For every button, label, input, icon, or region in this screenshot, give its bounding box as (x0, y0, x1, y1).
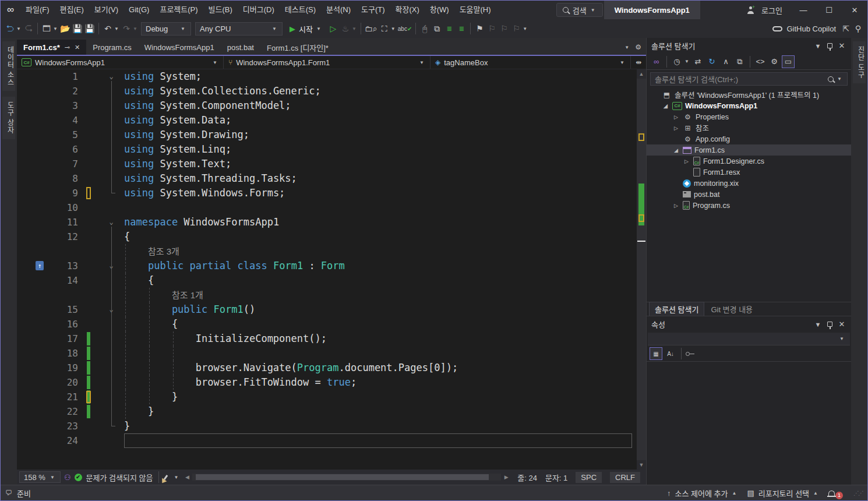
show-all-files-icon[interactable]: ⧉ (733, 55, 746, 68)
code-lens-line[interactable]: 참조 1개 (17, 288, 637, 302)
properties-object-dropdown[interactable]: ▼ (648, 333, 850, 345)
code-line-23[interactable]: 23} (17, 419, 637, 433)
hot-reload-icon[interactable]: ♨ (340, 22, 351, 36)
select-repository-button[interactable]: ▤ 리포지토리 선택 ▲ (747, 488, 818, 499)
feedback-icon[interactable]: ⚲ (852, 22, 864, 36)
categorized-view-icon[interactable]: ▦ (650, 347, 662, 360)
tree-item[interactable]: ⚙App.config (647, 133, 851, 144)
code-line-1[interactable]: 1⌄using System; (17, 69, 637, 84)
code-line-2[interactable]: 2using System.Collections.Generic; (17, 84, 637, 98)
close-pane-icon[interactable]: ✕ (837, 41, 846, 50)
indent-increase-icon[interactable]: ≣ (456, 22, 467, 36)
codelens-references[interactable]: 참조 1개 (172, 290, 203, 300)
solution-configuration-dropdown[interactable]: Debug▼ (141, 22, 191, 36)
indent-decrease-icon[interactable]: ≣ (443, 22, 455, 36)
member-dropdown[interactable]: ◈ tagNameBox ▼ (431, 56, 631, 69)
start-without-debugging-icon[interactable]: ▷ (327, 22, 339, 36)
open-file-icon[interactable]: 📂 (59, 22, 71, 36)
feedback-box-icon[interactable]: 🗩 (5, 489, 12, 497)
add-to-source-control-button[interactable]: ↑ 소스 제어에 추가 ▲ (667, 488, 736, 499)
github-copilot-button[interactable]: GitHub Copilot (772, 24, 839, 33)
tree-item[interactable]: monitoring.xix (647, 178, 851, 189)
pin-icon[interactable] (827, 322, 832, 327)
save-all-icon[interactable]: 💾 (84, 22, 96, 36)
document-tab[interactable]: WindowsFormsApp1 (138, 40, 221, 55)
search-control[interactable]: 검색 ▼ (556, 3, 603, 17)
share-icon[interactable]: ⇱ (840, 22, 852, 36)
document-health-indicator[interactable]: ✔ 문제가 검색되지 않음 (75, 472, 153, 483)
code-line-10[interactable]: 10 (17, 200, 637, 215)
login-button[interactable]: + 로그인 (747, 5, 782, 16)
document-tab[interactable]: Program.cs (86, 40, 137, 55)
document-tab[interactable]: Form1.cs [디자인]* (260, 40, 335, 55)
redo-caret-icon[interactable]: ▼ (133, 26, 139, 31)
close-pane-icon[interactable]: ✕ (837, 320, 846, 329)
line-indicator[interactable]: 줄: 24 (517, 472, 537, 483)
inheritance-margin-icon[interactable]: ↑ (36, 261, 44, 270)
menu-item-11[interactable]: 창(W) (425, 1, 454, 19)
compare-documents-icon[interactable]: ⧉ (431, 22, 443, 36)
code-line-3[interactable]: 3using System.ComponentModel; (17, 98, 637, 113)
dock-tab[interactable]: 솔루션 탐색기 (649, 302, 704, 316)
start-debugging-button[interactable]: ▶ 시작 ▼ (285, 22, 327, 36)
menu-item-3[interactable]: Git(G) (124, 1, 154, 19)
menu-item-9[interactable]: 도구(T) (356, 1, 390, 19)
tree-item[interactable]: post.bat (647, 189, 851, 200)
code-line-13[interactable]: 13⌄↑public partial class Form1 : Form (17, 259, 637, 273)
resize-grip[interactable]: ⋰⋰ (853, 490, 863, 496)
new-project-icon[interactable]: 🗔 (41, 22, 52, 36)
code-line-14[interactable]: 14{ (17, 273, 637, 288)
alphabetical-sort-icon[interactable]: A↓ (664, 347, 677, 360)
spell-check-icon[interactable]: abc✔ (397, 22, 413, 36)
minimize-button[interactable]: — (791, 1, 816, 19)
tree-item[interactable]: ◢C#WindowsFormsApp1 (647, 100, 851, 111)
horizontal-scrollbar[interactable]: ◀ ▶ (183, 470, 510, 485)
tree-item[interactable]: ⬒솔루션 'WindowsFormsApp1' (1 프로젝트의 1) (647, 89, 851, 100)
window-menu-caret-icon[interactable]: ▼ (813, 43, 823, 50)
solution-platform-dropdown[interactable]: Any CPU▼ (195, 22, 283, 36)
notifications-button[interactable]: 1 (828, 487, 843, 499)
close-button[interactable]: ✕ (842, 1, 867, 19)
document-tab[interactable]: post.bat (221, 40, 260, 55)
left-strip-tab-0[interactable]: 데이터 소스 (2, 41, 15, 91)
scroll-up-icon[interactable]: ▲ (637, 69, 646, 79)
tree-item[interactable]: Form1.resx (647, 167, 851, 178)
close-tab-icon[interactable]: ✕ (75, 44, 80, 51)
find-in-files-icon[interactable]: 🗀⌕ (364, 22, 378, 36)
code-line-24[interactable]: 24 (17, 433, 637, 448)
code-line-22[interactable]: 22} (17, 404, 637, 419)
active-files-dropdown-icon[interactable]: ▼ (624, 45, 630, 50)
codelens-references[interactable]: 참조 3개 (148, 246, 179, 256)
pending-changes-filter-icon[interactable]: ◷ (671, 55, 683, 68)
solution-search-input[interactable]: 솔루션 탐색기 검색(Ctrl+;) ▼ (650, 72, 848, 86)
redo-icon[interactable]: ↷ (121, 22, 132, 36)
expanded-arrow-icon[interactable]: ◢ (672, 147, 680, 153)
bookmark-caret-icon[interactable]: ▼ (523, 26, 528, 31)
split-editor-icon[interactable]: ⇹ (631, 56, 646, 69)
scroll-down-icon[interactable]: ▼ (637, 460, 646, 470)
code-line-16[interactable]: 16{ (17, 317, 637, 331)
code-line-19[interactable]: 19browser.Navigate(Program.document.Page… (17, 361, 637, 375)
right-strip-tab-0[interactable]: 진단 도구 (853, 41, 866, 83)
menu-item-7[interactable]: 테스트(S) (280, 1, 321, 19)
code-line-21[interactable]: 21} (17, 390, 637, 404)
preview-selected-items-icon[interactable]: ▭ (782, 55, 795, 68)
menu-item-4[interactable]: 프로젝트(P) (154, 1, 203, 19)
property-pages-icon[interactable] (686, 352, 690, 356)
document-tab[interactable]: Form1.cs*⊸✕ (17, 40, 86, 55)
collapsed-arrow-icon[interactable]: ▷ (672, 203, 680, 209)
code-line-12[interactable]: 12{ (17, 230, 637, 244)
window-menu-caret-icon[interactable]: ▼ (813, 321, 823, 328)
code-line-5[interactable]: 5using System.Drawing; (17, 128, 637, 142)
next-bookmark-icon[interactable]: ⚐ (498, 22, 510, 36)
undo-icon[interactable]: ↶ (102, 22, 114, 36)
sync-with-active-document-icon[interactable]: ⛶ (379, 22, 390, 36)
code-line-20[interactable]: 20browser.FitToWindow = true; (17, 375, 637, 390)
zoom-level-dropdown[interactable]: 158 % ▼ (19, 471, 61, 483)
left-strip-tab-1[interactable]: 도구 상자 (2, 97, 15, 139)
code-line-8[interactable]: 8using System.Threading.Tasks; (17, 171, 637, 186)
collapsed-arrow-icon[interactable]: ▷ (672, 114, 680, 120)
new-project-caret-icon[interactable]: ▼ (53, 26, 59, 31)
code-line-7[interactable]: 7using System.Text; (17, 157, 637, 171)
scroll-right-icon[interactable]: ▶ (502, 474, 510, 480)
